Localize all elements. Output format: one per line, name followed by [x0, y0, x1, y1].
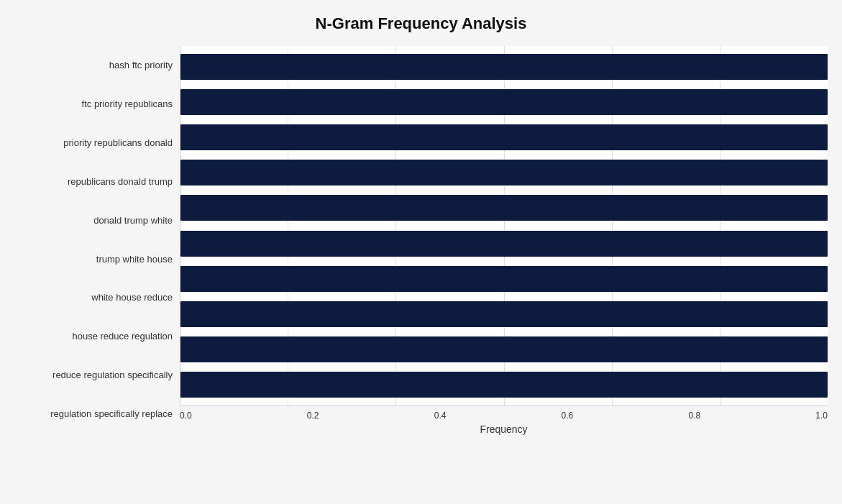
bar-row — [180, 50, 828, 84]
bar-5 — [180, 231, 828, 257]
x-tick-5: 1.0 — [815, 411, 828, 421]
bar-row — [180, 120, 828, 155]
bar-8 — [180, 336, 828, 362]
bar-row — [180, 332, 828, 367]
bar-row — [180, 85, 828, 119]
y-axis-labels: hash ftc priorityftc priority republican… — [14, 46, 180, 435]
bar-row — [180, 155, 828, 190]
bar-row — [180, 226, 828, 261]
bar-row — [180, 367, 828, 402]
y-label-7: house reduce regulation — [73, 331, 173, 342]
y-label-1: ftc priority republicans — [82, 98, 173, 110]
y-label-0: hash ftc priority — [109, 60, 173, 71]
bar-row — [180, 297, 828, 331]
x-tick-4: 0.8 — [688, 411, 700, 421]
y-label-4: donald trump white — [93, 215, 173, 226]
x-tick-0: 0.0 — [180, 411, 192, 421]
x-tick-3: 0.6 — [562, 411, 574, 421]
bar-4 — [180, 195, 828, 221]
bar-0 — [180, 54, 828, 80]
x-axis-title: Frequency — [180, 423, 828, 435]
y-label-9: regulation specifically replace — [50, 408, 173, 420]
x-axis-labels: 0.00.20.40.60.81.0 — [180, 406, 828, 421]
y-label-5: trump white house — [96, 254, 173, 265]
chart-title: N-Gram Frequency Analysis — [14, 14, 828, 33]
chart-container: N-Gram Frequency Analysis hash ftc prior… — [0, 0, 842, 504]
bar-9 — [180, 372, 828, 398]
bar-1 — [180, 89, 828, 115]
bar-2 — [180, 124, 828, 150]
bar-row — [180, 262, 828, 296]
x-tick-2: 0.4 — [434, 411, 447, 421]
bar-6 — [180, 266, 828, 292]
y-label-6: white house reduce — [91, 292, 173, 303]
bars-and-xaxis: 0.00.20.40.60.81.0 Frequency — [180, 46, 828, 435]
bars-area — [180, 46, 828, 406]
chart-area: hash ftc priorityftc priority republican… — [14, 46, 828, 435]
bar-7 — [180, 301, 828, 327]
y-label-8: reduce regulation specifically — [52, 370, 173, 381]
y-label-3: republicans donald trump — [68, 176, 173, 188]
x-tick-1: 0.2 — [307, 411, 319, 421]
bar-row — [180, 191, 828, 225]
y-label-2: priority republicans donald — [63, 137, 173, 149]
bar-3 — [180, 160, 828, 185]
